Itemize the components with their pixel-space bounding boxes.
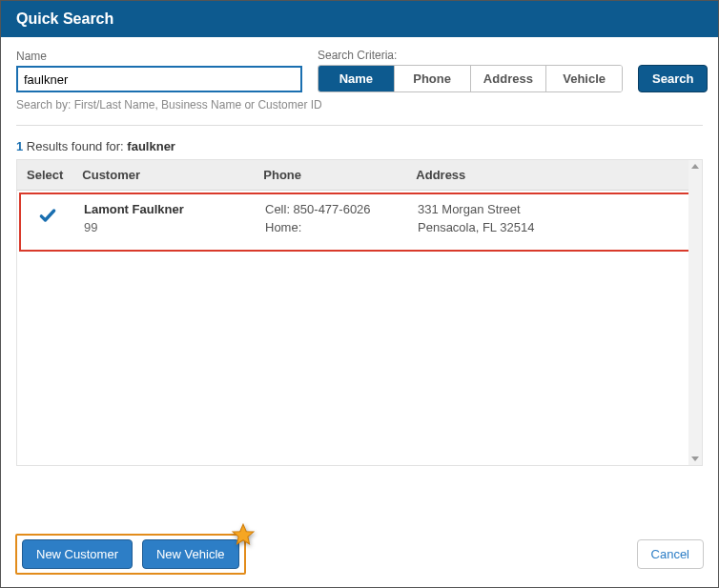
phone-cell: Cell: 850-477-6026	[265, 202, 399, 216]
dialog-title: Quick Search	[16, 10, 113, 27]
check-icon	[31, 202, 65, 234]
criteria-address[interactable]: Address	[470, 66, 546, 91]
address-line1: 331 Morgan Street	[418, 202, 683, 216]
footer: New Customer New Vehicle Cancel	[0, 520, 719, 588]
col-header-select: Select	[17, 160, 72, 190]
results-summary: 1 Results found for: faulkner	[1, 126, 718, 159]
customer-id: 99	[84, 220, 246, 234]
new-customer-button[interactable]: New Customer	[22, 539, 133, 569]
search-button[interactable]: Search	[638, 65, 708, 92]
col-header-customer: Customer	[72, 160, 254, 190]
scrollbar[interactable]	[688, 160, 702, 465]
results-summary-text: Results found for:	[23, 139, 127, 153]
new-vehicle-button[interactable]: New Vehicle	[142, 539, 239, 569]
criteria-phone[interactable]: Phone	[394, 66, 470, 91]
search-panel: Name Search Criteria: Name Phone Address…	[1, 37, 718, 119]
customer-name: Lamont Faulkner	[84, 202, 246, 216]
address-line2: Pensacola, FL 32514	[418, 220, 683, 234]
table-header: Select Customer Phone Address	[17, 160, 702, 191]
name-label: Name	[16, 50, 302, 63]
action-highlight-group: New Customer New Vehicle	[15, 534, 246, 575]
criteria-vehicle[interactable]: Vehicle	[545, 66, 622, 91]
star-icon	[231, 522, 256, 547]
name-input[interactable]	[16, 66, 302, 92]
criteria-label: Search Criteria:	[318, 49, 623, 62]
search-hint: Search by: First/Last Name, Business Nam…	[16, 98, 703, 112]
col-header-address: Address	[406, 160, 702, 190]
svg-marker-0	[233, 524, 254, 544]
results-term: faulkner	[127, 139, 175, 153]
criteria-name[interactable]: Name	[318, 66, 394, 91]
table-row[interactable]: Lamont Faulkner 99 Cell: 850-477-6026 Ho…	[19, 193, 694, 252]
col-header-phone: Phone	[254, 160, 406, 190]
cancel-button[interactable]: Cancel	[637, 539, 704, 569]
criteria-toggle-group: Name Phone Address Vehicle	[318, 65, 623, 92]
dialog-header: Quick Search	[1, 1, 718, 37]
results-table: Select Customer Phone Address Lamont Fau…	[16, 159, 703, 466]
phone-home: Home:	[265, 220, 399, 234]
